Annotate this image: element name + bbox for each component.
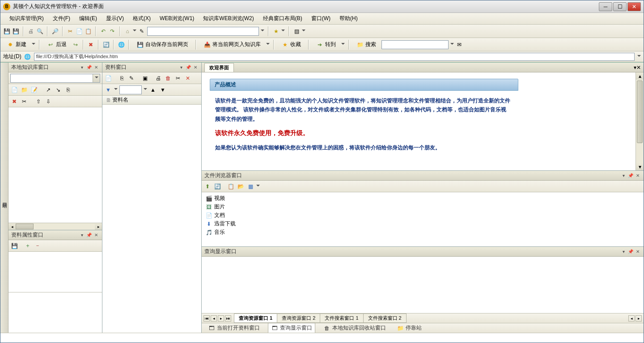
mat-print-icon[interactable]: 🖨 [154, 74, 162, 82]
addtokb-button[interactable]: 📥将当前网页入知识库 [200, 40, 264, 49]
tree-folder-icon[interactable]: 📁 [20, 86, 28, 94]
minimize-button[interactable]: ─ [599, 2, 612, 11]
filter-field-dropdown[interactable] [144, 88, 147, 92]
goto-dropdown-icon[interactable] [341, 43, 345, 47]
autosave-button[interactable]: 💾自动保存当前网页 [133, 40, 192, 49]
tree-new-icon[interactable]: 📄 [10, 86, 18, 94]
attr-remove-icon[interactable]: － [34, 242, 42, 250]
home-icon[interactable]: ⌂ [124, 28, 131, 35]
menu-file[interactable]: 文件(F) [48, 13, 75, 24]
menu-web[interactable]: WEB浏览(W1) [155, 13, 199, 24]
filter-icon[interactable]: ▼ [104, 86, 112, 94]
url-dropdown-icon[interactable] [261, 30, 264, 33]
menu-edit[interactable]: 编辑(E) [75, 13, 102, 24]
status-recycle[interactable]: 🗑本地知识库回收站窗口 [321, 323, 389, 333]
fb-view-dropdown[interactable] [256, 185, 260, 188]
address-dropdown-icon[interactable] [637, 55, 641, 59]
menu-layout[interactable]: 经典窗口布局(B) [258, 13, 307, 24]
panel-close-icon[interactable]: ✕ [93, 64, 99, 71]
menu-kbweb[interactable]: 知识库WEB浏览(W2) [199, 13, 258, 24]
tree-cut-icon[interactable]: ✂ [20, 97, 28, 106]
address-input[interactable] [34, 53, 635, 61]
fb-view-icon[interactable]: ▦ [246, 182, 254, 191]
globe-icon[interactable]: 🌐 [118, 41, 125, 48]
status-park[interactable]: 📁停靠站 [394, 323, 424, 333]
mat-cut-icon[interactable]: ✂ [174, 74, 182, 82]
print-icon[interactable]: 🖨 [27, 28, 34, 35]
filter-input[interactable] [119, 85, 142, 94]
redo-icon[interactable]: ↷ [109, 28, 116, 35]
print-preview-icon[interactable]: 🔍 [36, 28, 43, 35]
home-dropdown-icon[interactable] [133, 30, 136, 33]
mat-edit-icon[interactable]: ✎ [127, 74, 136, 82]
save-all-icon[interactable]: 💾 [12, 28, 19, 35]
new-button[interactable]: ✸新建 [3, 40, 30, 49]
search-input[interactable] [381, 40, 449, 49]
tree-import-icon[interactable]: ↘ [54, 86, 62, 94]
panel-pin-icon[interactable]: 📌 [86, 64, 92, 71]
material-list[interactable] [102, 105, 201, 333]
material-list-header[interactable]: 🗎 资料名 [102, 96, 201, 105]
search-dropdown-icon[interactable] [450, 43, 454, 47]
status-current[interactable]: 🗔当前打开资料窗口 [205, 323, 263, 333]
panel-menu-icon[interactable]: ▾ [620, 173, 627, 179]
mat-new-icon[interactable]: 📄 [104, 74, 112, 82]
close-button[interactable]: ✕ [627, 2, 641, 11]
panel-menu-icon[interactable]: ▾ [79, 64, 85, 71]
filter-dropdown-icon[interactable] [114, 88, 118, 92]
tab-welcome[interactable]: 欢迎界面 [204, 63, 234, 72]
menu-format[interactable]: 格式(X) [128, 13, 155, 24]
search-go-icon[interactable]: ✉ [456, 41, 463, 48]
sort-asc-icon[interactable]: ▲ [149, 86, 157, 94]
panel-menu-icon[interactable]: ▾ [178, 64, 184, 71]
tab-last-icon[interactable]: ⏭ [225, 315, 231, 322]
localkb-tree[interactable] [8, 107, 102, 223]
tab-next-icon[interactable]: ▸ [218, 315, 224, 322]
refresh-icon[interactable]: 🔄 [102, 41, 110, 48]
qtab-3[interactable]: 文件搜索窗口 1 [320, 313, 363, 323]
attr-add-icon[interactable]: ＋ [24, 242, 32, 250]
status-query[interactable]: 🗔查询显示窗口 [268, 323, 315, 333]
goto-button[interactable]: ➔转到 [313, 40, 339, 49]
fb-open-icon[interactable]: 📂 [237, 182, 245, 191]
attr-save-icon[interactable]: 💾 [10, 242, 18, 250]
panel-pin-icon[interactable]: 📌 [86, 232, 92, 238]
tab-scroll-left[interactable]: ◂ [628, 315, 635, 322]
tree-delete-icon[interactable]: ✖ [10, 97, 18, 106]
tree-export-icon[interactable]: ↗ [44, 86, 52, 94]
undo-icon[interactable]: ↶ [100, 28, 107, 35]
menu-view[interactable]: 显示(V) [102, 13, 128, 24]
panel-pin-icon[interactable]: 📌 [627, 173, 634, 179]
panel-close-icon[interactable]: ✕ [635, 173, 641, 179]
tree-edit-icon[interactable]: 📝 [30, 86, 38, 94]
panel-pin-icon[interactable]: 📌 [627, 249, 634, 255]
fb-up-icon[interactable]: ⬆ [203, 182, 212, 191]
qtab-2[interactable]: 查询资源窗口 2 [277, 313, 320, 323]
star-dropdown-icon[interactable] [281, 30, 285, 33]
cut-icon[interactable]: ✂ [67, 28, 74, 35]
save-icon[interactable]: 💾 [3, 28, 10, 35]
panel-close-icon[interactable]: ✕ [635, 249, 641, 255]
favorite-button[interactable]: ★收藏 [278, 40, 305, 49]
menu-knowledge[interactable]: 知识库管理(R) [5, 13, 48, 24]
localkb-hscroll[interactable]: ◂▸ [8, 223, 102, 230]
wand-icon[interactable]: ✎ [138, 28, 145, 35]
panel-pin-icon[interactable]: 📌 [185, 64, 191, 71]
panel-menu-icon[interactable]: ▾ [620, 249, 627, 255]
panel-close-icon[interactable]: ✕ [93, 232, 99, 238]
find-icon[interactable]: 🔎 [51, 28, 59, 35]
left-rail-tab[interactable]: 网站目录 [0, 63, 8, 333]
fb-refresh-icon[interactable]: 🔄 [213, 182, 221, 191]
tree-up-icon[interactable]: ⇧ [34, 97, 42, 106]
maximize-button[interactable]: ☐ [613, 2, 627, 11]
sort-desc-icon[interactable]: ▼ [159, 86, 167, 94]
tab-scroll-right[interactable]: ▸ [636, 315, 642, 322]
new-dropdown-icon[interactable] [32, 43, 35, 47]
paste-icon[interactable]: 📋 [85, 28, 92, 35]
url-input[interactable] [147, 27, 259, 36]
file-list[interactable]: 🎬视频 🖼图片 📄文档 ⬇迅雷下载 🎵音乐 [202, 192, 644, 246]
qtab-4[interactable]: 文件搜索窗口 2 [363, 313, 407, 323]
tree-copy-icon[interactable]: ⎘ [64, 86, 72, 94]
panel-close-icon[interactable]: ✕ [192, 64, 199, 71]
menu-window[interactable]: 窗口(W) [307, 13, 335, 24]
